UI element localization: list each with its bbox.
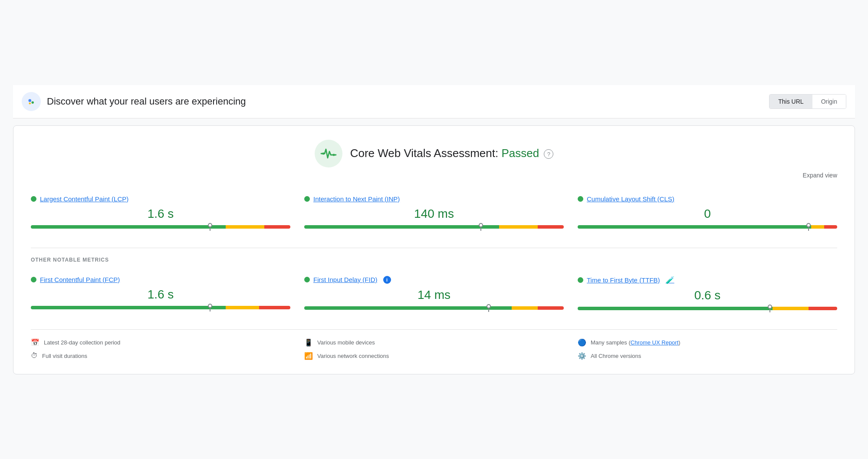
svg-point-3: [29, 102, 31, 104]
lcp-label-text: Largest Contentful Paint (LCP): [40, 195, 128, 203]
inp-bar-red: [538, 225, 564, 229]
inp-dot: [304, 196, 310, 202]
inp-bar-container: [304, 225, 564, 230]
mobile-icon: 📱: [304, 338, 313, 347]
ttfb-indicator-line: [769, 309, 770, 312]
fcp-indicator-dot: [208, 304, 212, 308]
fcp-indicator-line: [210, 308, 210, 311]
url-origin-toggle: This URL Origin: [769, 94, 846, 109]
ttfb-label-text: Time to First Byte (TTFB): [587, 276, 660, 284]
ttfb-label[interactable]: Time to First Byte (TTFB) 🧪: [578, 276, 837, 284]
svg-point-4: [332, 154, 335, 156]
section-divider: [31, 248, 837, 248]
ttfb-value: 0.6 s: [578, 289, 837, 302]
pulse-icon: [320, 145, 337, 162]
svg-point-0: [26, 97, 36, 106]
metric-fid: First Input Delay (FID) i 14 ms: [304, 272, 564, 317]
fid-bar: [304, 306, 564, 310]
chrome-text: All Chrome versions: [591, 353, 641, 359]
fcp-bar-orange: [226, 306, 260, 309]
network-text: Various network connections: [317, 353, 389, 359]
fcp-bar-container: [31, 306, 290, 310]
ttfb-bar-green: [578, 307, 773, 310]
fcp-dot: [31, 277, 36, 282]
fid-info-icon[interactable]: i: [383, 276, 391, 284]
header-left: Discover what your real users are experi…: [22, 92, 246, 111]
footer-item-samples: 🔵 Many samples (Chrome UX Report): [578, 338, 837, 347]
fid-bar-orange: [512, 306, 538, 310]
fcp-label-text: First Contentful Paint (FCP): [40, 276, 120, 283]
footer-grid: 📅 Latest 28-day collection period 📱 Vari…: [31, 329, 837, 360]
metric-inp: Interaction to Next Paint (INP) 140 ms: [304, 191, 564, 236]
metric-ttfb: Time to First Byte (TTFB) 🧪 0.6 s: [578, 272, 837, 317]
fid-bar-container: [304, 306, 564, 311]
footer-item-collection: 📅 Latest 28-day collection period: [31, 338, 290, 347]
lcp-bar-container: [31, 225, 290, 230]
ttfb-indicator: [767, 305, 773, 312]
cwv-help-icon[interactable]: ?: [544, 149, 553, 159]
fid-indicator-dot: [487, 304, 491, 308]
metric-cls: Cumulative Layout Shift (CLS) 0: [578, 191, 837, 236]
cls-dot: [578, 196, 583, 202]
fid-indicator: [486, 304, 491, 312]
cwv-status: Passed: [501, 147, 539, 160]
other-metrics-grid: First Contentful Paint (FCP) 1.6 s: [31, 272, 837, 317]
this-url-button[interactable]: This URL: [769, 95, 812, 108]
metric-fcp: First Contentful Paint (FCP) 1.6 s: [31, 272, 290, 317]
core-metrics-grid: Largest Contentful Paint (LCP) 1.6 s: [31, 191, 837, 236]
fid-value: 14 ms: [304, 288, 564, 302]
origin-button[interactable]: Origin: [812, 95, 846, 108]
page-wrapper: Discover what your real users are experi…: [9, 81, 859, 379]
cls-indicator-dot: [806, 223, 811, 227]
ttfb-indicator-dot: [768, 305, 772, 309]
footer-item-mobile: 📱 Various mobile devices: [304, 338, 564, 347]
lcp-bar-orange: [226, 225, 265, 229]
wifi-icon: 📶: [304, 352, 313, 360]
expand-view-button[interactable]: Expand view: [31, 172, 837, 179]
fcp-value: 1.6 s: [31, 288, 290, 302]
svg-point-5: [322, 152, 324, 154]
fid-indicator-line: [488, 308, 489, 312]
metric-lcp: Largest Contentful Paint (LCP) 1.6 s: [31, 191, 290, 236]
other-metrics-label: OTHER NOTABLE METRICS: [31, 257, 837, 263]
inp-indicator-line: [480, 227, 481, 231]
ttfb-bar-orange: [773, 307, 809, 310]
lcp-label[interactable]: Largest Contentful Paint (LCP): [31, 195, 290, 203]
cls-label[interactable]: Cumulative Layout Shift (CLS): [578, 195, 837, 203]
cls-bar: [578, 225, 837, 229]
cls-value: 0: [578, 207, 837, 221]
calendar-icon: 📅: [31, 338, 39, 347]
app-logo: [22, 92, 41, 111]
fcp-indicator: [207, 304, 213, 311]
inp-bar: [304, 225, 564, 229]
lcp-indicator-line: [210, 227, 210, 231]
mobile-text: Various mobile devices: [317, 339, 375, 346]
fcp-bar-green: [31, 306, 226, 309]
fcp-bar: [31, 306, 290, 309]
fid-bar-green: [304, 306, 512, 310]
cwv-title: Core Web Vitals Assessment: Passed ?: [350, 147, 554, 160]
fid-label-text: First Input Delay (FID): [313, 276, 378, 283]
inp-label-text: Interaction to Next Paint (INP): [313, 195, 400, 203]
fid-label[interactable]: First Input Delay (FID) i: [304, 276, 564, 284]
logo-icon: [26, 96, 37, 107]
ttfb-dot: [578, 277, 583, 283]
samples-icon: 🔵: [578, 338, 586, 347]
cls-bar-orange: [811, 225, 824, 229]
cls-label-text: Cumulative Layout Shift (CLS): [587, 195, 674, 203]
chrome-ux-link[interactable]: Chrome UX Report: [631, 339, 679, 346]
lcp-bar-red: [264, 225, 290, 229]
header-title: Discover what your real users are experi…: [47, 96, 246, 107]
inp-value: 140 ms: [304, 207, 564, 221]
collection-period-text: Latest 28-day collection period: [44, 339, 120, 346]
cls-bar-container: [578, 225, 837, 230]
lcp-bar-green: [31, 225, 226, 229]
fcp-label[interactable]: First Contentful Paint (FCP): [31, 276, 290, 283]
lcp-bar: [31, 225, 290, 229]
header: Discover what your real users are experi…: [13, 85, 855, 118]
lcp-dot: [31, 196, 36, 202]
inp-label[interactable]: Interaction to Next Paint (INP): [304, 195, 564, 203]
fid-bar-red: [538, 306, 564, 310]
inp-bar-orange: [499, 225, 538, 229]
cls-bar-red: [824, 225, 837, 229]
